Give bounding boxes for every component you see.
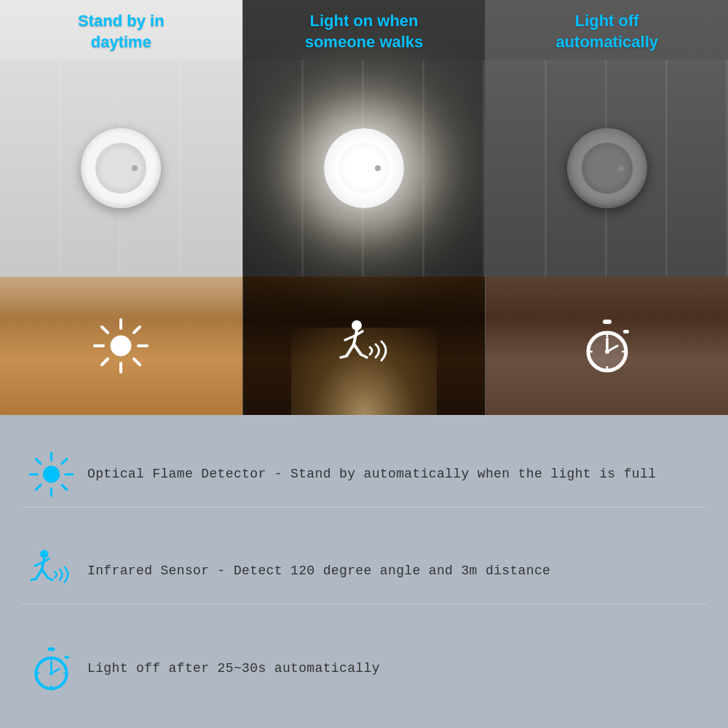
sensor-dot-3 — [618, 165, 624, 171]
svg-line-13 — [347, 344, 354, 356]
svg-line-35 — [62, 459, 67, 464]
sun-floor-icon — [92, 317, 150, 375]
panel-daytime: Stand by in daytime — [0, 0, 242, 415]
svg-line-42 — [41, 570, 47, 578]
svg-line-5 — [102, 327, 108, 333]
feature-icon-person — [22, 547, 80, 595]
svg-line-44 — [31, 579, 36, 581]
svg-line-8 — [102, 359, 108, 365]
stripe — [424, 60, 485, 277]
stripe — [668, 60, 728, 277]
stripe — [486, 60, 546, 277]
svg-point-23 — [605, 349, 609, 354]
svg-line-41 — [36, 570, 41, 579]
feature-row-2: Infrared Sensor - Detect 120 degree angl… — [22, 539, 706, 604]
panel-motion: Light on when someone walks — [242, 0, 486, 415]
panel-1-title: Stand by in daytime — [0, 0, 242, 60]
svg-line-7 — [134, 327, 140, 333]
svg-point-9 — [352, 320, 362, 331]
stripe — [243, 60, 304, 277]
light-device-3 — [567, 128, 647, 208]
stripe — [0, 60, 60, 277]
panel-2-title: Light on when someone walks — [243, 0, 486, 60]
panel-1-floor — [0, 277, 242, 415]
svg-point-0 — [111, 336, 131, 356]
top-section: Stand by in daytime — [0, 0, 728, 415]
feature-icon-timer — [22, 645, 80, 692]
device-inner-3 — [582, 143, 633, 194]
svg-line-34 — [62, 485, 67, 490]
feature-text-2: Infrared Sensor - Detect 120 degree angl… — [80, 562, 706, 580]
sensor-dot-2 — [375, 165, 381, 171]
panel-off: Light off automatically — [486, 0, 728, 415]
svg-line-14 — [354, 344, 361, 355]
svg-rect-45 — [47, 647, 55, 651]
panel-2-wall — [243, 60, 486, 277]
sensor-dot-1 — [132, 165, 138, 171]
light-device-1 — [81, 128, 161, 208]
panel-3-floor — [486, 277, 728, 415]
light-device-2 — [324, 128, 404, 208]
device-inner-2 — [339, 143, 389, 194]
svg-rect-18 — [623, 330, 629, 333]
svg-line-33 — [36, 459, 41, 464]
feature-text-3: Light off after 25~30s automatically — [80, 660, 706, 678]
svg-line-16 — [341, 356, 347, 357]
svg-line-43 — [47, 578, 52, 580]
feature-row-3: Light off after 25~30s automatically — [22, 636, 706, 701]
svg-rect-17 — [603, 320, 612, 324]
svg-line-15 — [361, 355, 367, 357]
panel-3-title: Light off automatically — [486, 0, 728, 60]
svg-line-6 — [134, 359, 140, 365]
stripe — [182, 60, 242, 277]
svg-point-37 — [40, 550, 48, 558]
svg-rect-46 — [64, 656, 69, 659]
svg-point-50 — [50, 672, 53, 676]
bottom-section: Optical Flame Detector - Stand by automa… — [0, 415, 728, 728]
device-inner-1 — [95, 143, 146, 194]
svg-point-28 — [43, 466, 60, 483]
timer-floor-icon — [578, 317, 636, 375]
panel-3-wall — [486, 60, 728, 277]
main-container: Stand by in daytime — [0, 0, 728, 728]
panel-2-floor — [243, 277, 486, 415]
feature-text-1: Optical Flame Detector - Stand by automa… — [80, 465, 706, 483]
svg-line-36 — [36, 485, 41, 490]
feature-row-1: Optical Flame Detector - Stand by automa… — [22, 442, 706, 507]
person-waves-floor-icon — [335, 317, 393, 375]
feature-icon-sun — [22, 451, 80, 498]
panel-1-wall — [0, 60, 242, 277]
